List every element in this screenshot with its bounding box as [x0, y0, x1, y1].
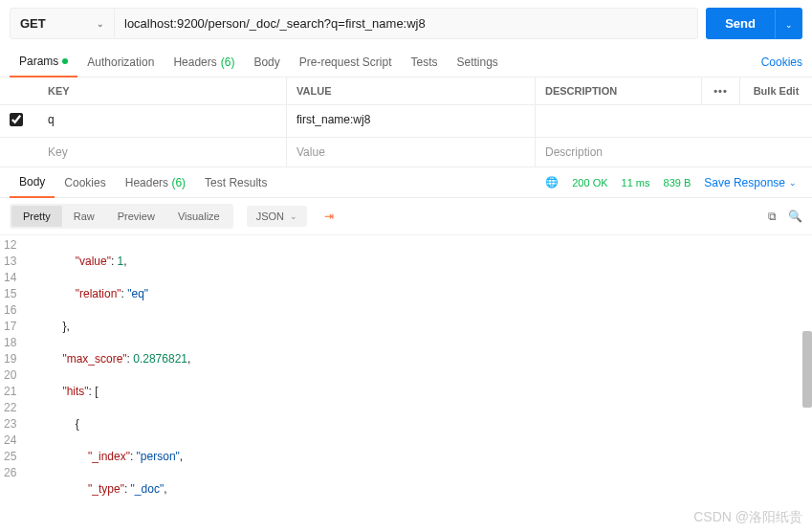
tab-prerequest[interactable]: Pre-request Script: [290, 48, 402, 77]
code-content: "value": 1, "relation": "eq" }, "max_sco…: [24, 235, 812, 513]
tab-authorization[interactable]: Authorization: [77, 48, 164, 77]
save-response-button[interactable]: Save Response ⌄: [704, 176, 797, 189]
tab-headers[interactable]: Headers (6): [164, 48, 244, 77]
language-select[interactable]: JSON⌄: [247, 206, 307, 227]
tab-tests[interactable]: Tests: [401, 48, 447, 77]
resp-tab-testresults[interactable]: Test Results: [195, 168, 276, 197]
tab-body[interactable]: Body: [244, 48, 289, 77]
chevron-down-icon: ⌄: [789, 178, 797, 188]
wrap-lines-button[interactable]: ⇥: [317, 205, 341, 228]
method-label: GET: [20, 16, 46, 31]
view-pretty[interactable]: Pretty: [11, 206, 62, 227]
col-key: KEY: [38, 78, 287, 104]
copy-icon[interactable]: ⧉: [768, 210, 777, 223]
send-button[interactable]: Send: [706, 9, 775, 38]
col-value: VALUE: [287, 78, 536, 104]
view-preview[interactable]: Preview: [106, 206, 166, 227]
params-table: KEY VALUE DESCRIPTION ••• Bulk Edit q fi…: [0, 78, 812, 167]
response-size: 839 B: [664, 177, 691, 188]
resp-tab-headers[interactable]: Headers (6): [116, 168, 195, 197]
view-visualize[interactable]: Visualize: [166, 206, 231, 227]
chevron-down-icon: ⌄: [97, 19, 104, 29]
cookies-link[interactable]: Cookies: [761, 48, 802, 77]
tab-settings[interactable]: Settings: [448, 48, 508, 77]
send-dropdown[interactable]: ⌄: [775, 10, 802, 38]
resp-tab-body[interactable]: Body: [10, 167, 55, 198]
search-icon[interactable]: 🔍: [788, 210, 802, 223]
globe-icon[interactable]: 🌐: [545, 176, 559, 188]
param-row-new: Key Value Description: [0, 138, 812, 167]
url-input[interactable]: localhost:9200/person/_doc/_search?q=fir…: [115, 8, 698, 39]
param-row: q first_name:wj8: [0, 105, 812, 138]
line-gutter: 121314151617181920212223242526: [0, 235, 24, 513]
scrollbar-thumb[interactable]: [802, 331, 812, 408]
changed-dot-icon: [62, 58, 68, 64]
resp-tab-cookies[interactable]: Cookies: [55, 168, 115, 197]
col-options[interactable]: •••: [702, 78, 740, 104]
tab-params[interactable]: Params: [10, 47, 77, 78]
param-desc-input[interactable]: [536, 105, 812, 137]
chevron-down-icon: ⌄: [785, 20, 793, 30]
param-key-input[interactable]: q: [38, 105, 287, 137]
method-select[interactable]: GET ⌄: [10, 8, 115, 39]
bulk-edit-button[interactable]: Bulk Edit: [740, 78, 812, 104]
view-raw[interactable]: Raw: [62, 206, 106, 227]
param-key-placeholder[interactable]: Key: [38, 138, 287, 166]
view-mode-segment: Pretty Raw Preview Visualize: [10, 204, 233, 229]
status-code: 200 OK: [572, 177, 607, 188]
response-time: 11 ms: [622, 177, 650, 188]
response-body[interactable]: 121314151617181920212223242526 "value": …: [0, 235, 812, 513]
param-desc-placeholder[interactable]: Description: [536, 138, 812, 166]
param-value-placeholder[interactable]: Value: [287, 138, 536, 166]
param-value-input[interactable]: first_name:wj8: [287, 105, 536, 137]
col-description: DESCRIPTION: [536, 78, 702, 104]
param-checkbox[interactable]: [10, 113, 23, 126]
chevron-down-icon: ⌄: [290, 211, 297, 221]
send-button-group: Send ⌄: [706, 8, 802, 39]
